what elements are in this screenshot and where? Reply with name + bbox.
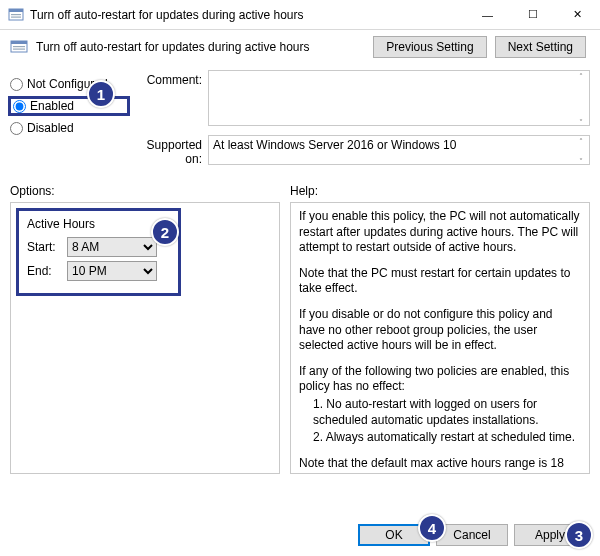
- end-time-select[interactable]: 10 PM: [67, 261, 157, 281]
- options-panel: Active Hours Start: 8 AM End: 10 PM: [10, 202, 280, 474]
- previous-setting-button[interactable]: Previous Setting: [373, 36, 486, 58]
- help-p1: If you enable this policy, the PC will n…: [299, 209, 581, 256]
- svg-rect-7: [13, 49, 25, 50]
- supported-label: Supported on:: [130, 135, 208, 168]
- badge-4: 4: [418, 514, 446, 542]
- help-p4a: 1. No auto-restart with logged on users …: [313, 397, 581, 428]
- maximize-button[interactable]: ☐: [510, 0, 555, 29]
- comment-label: Comment:: [130, 70, 208, 129]
- supported-on-text: [208, 135, 590, 165]
- title-bar: Turn off auto-restart for updates during…: [0, 0, 600, 30]
- minimize-button[interactable]: —: [465, 0, 510, 29]
- radio-enabled-label: Enabled: [30, 99, 74, 113]
- help-label: Help:: [290, 184, 590, 198]
- badge-1: 1: [87, 80, 115, 108]
- help-p3: If you disable or do not configure this …: [299, 307, 581, 354]
- radio-disabled[interactable]: [10, 122, 23, 135]
- window-controls: — ☐ ✕: [465, 0, 600, 29]
- start-label: Start:: [27, 240, 67, 254]
- end-label: End:: [27, 264, 67, 278]
- help-p2: Note that the PC must restart for certai…: [299, 266, 581, 297]
- badge-3: 3: [565, 521, 593, 549]
- active-hours-title: Active Hours: [27, 217, 170, 231]
- comment-textarea[interactable]: [208, 70, 590, 126]
- svg-rect-3: [11, 16, 21, 17]
- policy-title: Turn off auto-restart for updates during…: [36, 40, 373, 54]
- options-label: Options:: [10, 184, 280, 198]
- radio-disabled-label: Disabled: [27, 121, 74, 135]
- cancel-button[interactable]: Cancel: [436, 524, 508, 546]
- help-p5: Note that the default max active hours r…: [299, 456, 581, 474]
- svg-rect-1: [9, 9, 23, 12]
- policy-icon: [10, 39, 30, 55]
- policy-window-icon: [8, 7, 24, 23]
- radio-not-configured[interactable]: [10, 78, 23, 91]
- next-setting-button[interactable]: Next Setting: [495, 36, 586, 58]
- svg-rect-6: [13, 46, 25, 47]
- radio-enabled[interactable]: [13, 100, 26, 113]
- dialog-footer: OK Cancel Apply: [358, 524, 586, 546]
- window-title: Turn off auto-restart for updates during…: [30, 8, 465, 22]
- svg-rect-2: [11, 14, 21, 15]
- help-p4b: 2. Always automatically restart at sched…: [313, 430, 581, 446]
- start-time-select[interactable]: 8 AM: [67, 237, 157, 257]
- help-p4: If any of the following two policies are…: [299, 364, 581, 395]
- badge-2: 2: [151, 218, 179, 246]
- close-button[interactable]: ✕: [555, 0, 600, 29]
- help-panel: If you enable this policy, the PC will n…: [290, 202, 590, 474]
- svg-rect-5: [11, 41, 27, 44]
